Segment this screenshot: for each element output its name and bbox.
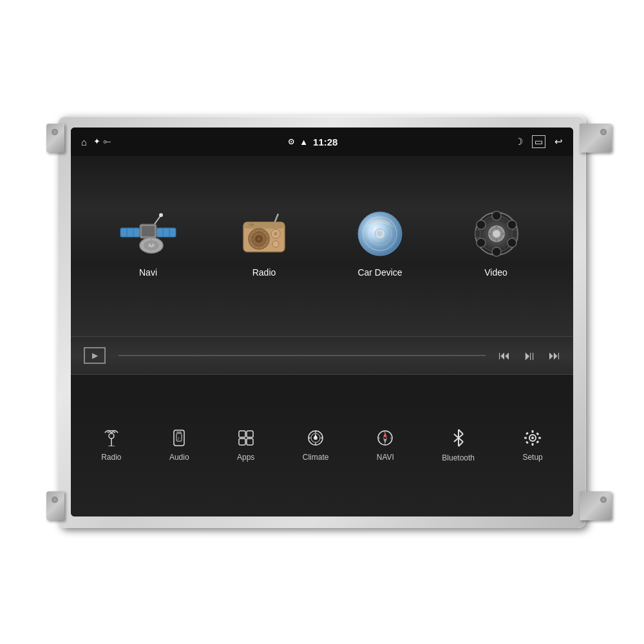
media-bar: ▶ ⏮ ⏯ ⏭	[71, 336, 573, 375]
setup-nav-icon	[524, 430, 542, 449]
svg-rect-57	[247, 439, 253, 445]
nav-navi-label: NAVI	[377, 453, 394, 462]
location-icon: ⊙	[288, 137, 294, 146]
nav-climate-label: Climate	[303, 453, 329, 462]
main-apps-area: Navi	[71, 156, 573, 336]
svg-rect-46	[512, 230, 517, 238]
svg-rect-55	[247, 431, 253, 437]
status-left: ⌂ ✦ ⟜	[81, 137, 111, 147]
moon-icon[interactable]: ☽	[515, 136, 523, 147]
screen: ⌂ ✦ ⟜ ⊙ ▲ 11:28 ☽ ▭ ↩	[71, 128, 573, 516]
svg-rect-56	[239, 439, 245, 445]
radio-label: Radio	[252, 267, 276, 278]
status-bar: ⌂ ✦ ⟜ ⊙ ▲ 11:28 ☽ ▭ ↩	[71, 128, 573, 156]
nav-apps[interactable]: Apps	[229, 424, 262, 467]
screw-br	[600, 497, 607, 503]
svg-rect-78	[532, 430, 534, 433]
svg-point-47	[109, 433, 114, 439]
radio-icon: FM	[232, 208, 296, 260]
svg-rect-79	[532, 443, 534, 446]
svg-point-37	[477, 238, 486, 247]
nav-radio[interactable]: Radio	[93, 424, 129, 467]
bluetooth-nav-icon	[451, 429, 466, 450]
svg-text:S: S	[384, 442, 386, 446]
radio-app[interactable]: FM Radio	[232, 208, 296, 278]
car-device-icon	[348, 208, 412, 260]
nav-climate[interactable]: Climate	[295, 424, 337, 467]
nav-audio-label: Audio	[169, 453, 189, 462]
video-app[interactable]: Video	[464, 208, 528, 278]
media-controls: ⏮ ⏯ ⏭	[498, 348, 560, 363]
svg-text:E: E	[390, 437, 392, 440]
svg-text:♪: ♪	[177, 435, 180, 441]
media-thumbnail: ▶	[84, 347, 106, 364]
svg-point-38	[477, 220, 486, 229]
svg-point-77	[531, 437, 534, 439]
svg-point-36	[492, 247, 501, 256]
navi-icon	[116, 208, 180, 260]
video-icon	[464, 208, 528, 260]
play-pause-button[interactable]: ⏯	[523, 348, 536, 363]
svg-rect-45	[475, 230, 480, 238]
svg-point-23	[274, 232, 278, 236]
bracket-top-left	[46, 124, 64, 153]
car-device-app[interactable]: Car Device	[348, 208, 412, 278]
nav-navi[interactable]: N S W E NAVI	[369, 424, 402, 467]
nav-setup[interactable]: Setup	[515, 424, 550, 467]
svg-rect-84	[526, 441, 529, 444]
climate-nav-icon	[307, 430, 324, 449]
time-display: 11:28	[313, 137, 337, 147]
svg-point-33	[492, 211, 501, 220]
svg-point-24	[272, 241, 279, 247]
media-progress-bar[interactable]	[118, 355, 486, 356]
svg-rect-85	[536, 440, 539, 444]
prev-button[interactable]: ⏮	[498, 349, 510, 363]
svg-rect-80	[524, 437, 527, 439]
next-button[interactable]: ⏭	[549, 349, 560, 363]
audio-nav-icon: ♪	[171, 430, 187, 449]
svg-text:W: W	[378, 437, 381, 440]
svg-rect-54	[239, 431, 245, 437]
device-frame: ⌂ ✦ ⟜ ⊙ ▲ 11:28 ☽ ▭ ↩	[58, 116, 586, 528]
home-icon[interactable]: ⌂	[81, 137, 87, 147]
car-device-label: Car Device	[357, 267, 402, 278]
bottom-nav: Radio ♪ Audio	[71, 375, 573, 516]
svg-rect-82	[526, 432, 529, 435]
android-auto-icon: ✦ ⟜	[93, 137, 111, 147]
bracket-top-right	[580, 124, 612, 153]
screw-tl	[52, 129, 58, 135]
svg-point-40	[493, 230, 500, 238]
navi-nav-icon: N S W E	[377, 430, 393, 449]
nav-apps-label: Apps	[237, 453, 254, 462]
nav-bluetooth-label: Bluetooth	[442, 453, 475, 462]
svg-point-34	[507, 220, 516, 229]
wifi-icon: ▲	[299, 137, 308, 147]
svg-marker-65	[314, 433, 317, 438]
status-center: ⊙ ▲ 11:28	[288, 137, 337, 147]
video-label: Video	[484, 267, 507, 278]
navi-label: Navi	[139, 267, 157, 278]
svg-line-74	[459, 430, 463, 434]
svg-text:N: N	[384, 430, 386, 433]
screw-tr	[600, 129, 607, 135]
svg-point-35	[507, 238, 516, 247]
svg-line-75	[459, 442, 463, 446]
svg-rect-0	[120, 228, 140, 237]
navi-app[interactable]: Navi	[116, 208, 180, 278]
status-right: ☽ ▭ ↩	[515, 135, 563, 148]
nav-bluetooth[interactable]: Bluetooth	[434, 424, 482, 468]
svg-point-30	[377, 231, 383, 236]
svg-point-13	[159, 213, 163, 217]
nav-audio[interactable]: ♪ Audio	[162, 424, 197, 467]
radio-nav-icon	[103, 430, 120, 449]
back-icon[interactable]: ↩	[554, 136, 563, 147]
nav-radio-label: Radio	[101, 453, 121, 462]
play-icon: ▶	[92, 351, 98, 360]
bracket-bottom-right	[580, 491, 612, 520]
bracket-bottom-left	[46, 491, 64, 520]
svg-rect-83	[536, 432, 539, 435]
svg-point-20	[258, 238, 260, 240]
recents-icon[interactable]: ▭	[532, 135, 545, 148]
screw-bl	[52, 497, 58, 503]
svg-text:FM: FM	[249, 223, 253, 227]
